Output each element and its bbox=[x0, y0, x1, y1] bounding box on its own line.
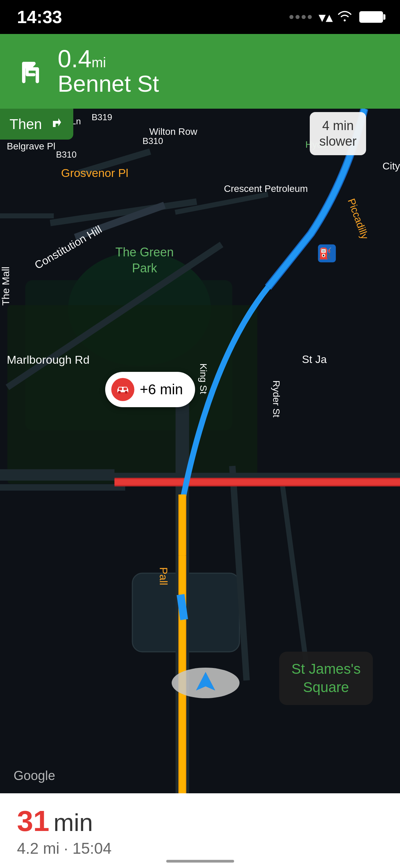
status-bar: 14:33 ▾▴ bbox=[0, 0, 400, 34]
home-indicator[interactable] bbox=[166, 860, 234, 863]
bottom-bar: 31 min 4.2 mi · 15:04 bbox=[0, 793, 400, 868]
slower-badge: 4 min slower bbox=[310, 112, 366, 155]
battery-icon bbox=[359, 11, 383, 23]
st-james-text: St James's Square bbox=[291, 660, 361, 697]
svg-rect-26 bbox=[119, 387, 122, 390]
eta-display: 31 min bbox=[17, 804, 383, 838]
delay-car-icon bbox=[111, 378, 134, 401]
google-watermark: Google bbox=[14, 768, 55, 783]
delay-text: +6 min bbox=[140, 381, 183, 398]
svg-marker-31 bbox=[196, 672, 215, 690]
svg-text:⛽: ⛽ bbox=[319, 247, 332, 260]
svg-point-29 bbox=[125, 391, 128, 394]
nav-header: 0.4mi Bennet St bbox=[0, 34, 400, 109]
st-james-label: St James's Square bbox=[279, 652, 373, 705]
trip-details: 4.2 mi · 15:04 bbox=[17, 839, 383, 857]
nav-info: 0.4mi Bennet St bbox=[58, 47, 159, 96]
then-box: Then bbox=[0, 109, 73, 140]
then-label: Then bbox=[9, 116, 42, 132]
nav-arrow-indicator bbox=[172, 668, 240, 698]
svg-point-28 bbox=[118, 391, 121, 394]
nav-distance: 0.4mi bbox=[58, 47, 159, 71]
svg-line-19 bbox=[180, 595, 184, 620]
eta-number: 31 bbox=[17, 804, 50, 838]
wifi-icon: ▾▴ bbox=[319, 9, 353, 25]
status-icons: ▾▴ bbox=[289, 9, 383, 25]
slower-badge-text: 4 min slower bbox=[319, 118, 357, 149]
delay-badge[interactable]: +6 min bbox=[105, 372, 195, 407]
status-time: 14:33 bbox=[17, 7, 62, 27]
turn-arrow-left bbox=[14, 53, 51, 90]
eta-unit: min bbox=[54, 809, 93, 836]
svg-rect-27 bbox=[123, 387, 127, 390]
nav-street: Bennet St bbox=[58, 71, 159, 96]
then-turn-icon bbox=[47, 114, 64, 134]
signal-icon bbox=[289, 15, 312, 19]
nav-arrow-oval bbox=[172, 668, 240, 698]
